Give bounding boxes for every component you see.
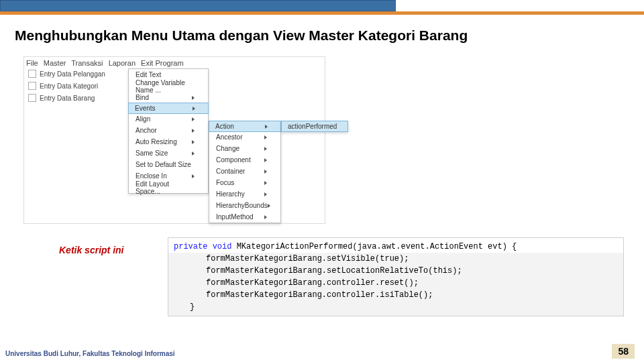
ctx-label: Focus — [216, 179, 234, 186]
keyword: void — [213, 242, 232, 251]
menu-laporan[interactable]: Laporan — [109, 59, 136, 67]
checkbox-icon — [28, 70, 36, 78]
checkbox-icon — [28, 82, 36, 90]
chevron-right-icon — [192, 140, 195, 144]
ctx-label: Change Variable Name ... — [136, 79, 195, 94]
ctx-events[interactable]: Events — [128, 103, 209, 114]
ctx-label: Change — [216, 145, 239, 152]
drop-item-label: Entry Data Kategori — [40, 82, 98, 90]
slide-top-bar — [0, 0, 644, 16]
menu-master[interactable]: Master — [44, 59, 66, 67]
ctx-samesize[interactable]: Same Size — [129, 147, 208, 159]
ctx2-hierarchy[interactable]: Hierarchy — [209, 188, 280, 200]
top-orange-strip — [0, 11, 644, 15]
code-line: formMasterKategoriBarang.setLocationRela… — [206, 266, 462, 276]
chevron-right-icon — [192, 129, 195, 133]
ctx2-ancestor[interactable]: Ancestor — [209, 131, 280, 143]
instruction-label: Ketik script ini — [59, 245, 123, 255]
ctx2-container[interactable]: Container — [209, 166, 280, 177]
chevron-right-icon — [265, 125, 268, 129]
method-sig: MKategoriActionPerformed(java.awt.event.… — [237, 242, 517, 251]
ctx-defaultsize[interactable]: Set to Default Size — [129, 159, 208, 170]
chevron-right-icon — [264, 135, 267, 139]
ctx-label: actionPerformed — [288, 123, 337, 130]
ctx-label: InputMethod — [216, 213, 254, 221]
chevron-right-icon — [193, 107, 195, 111]
ctx-label: Set to Default Size — [136, 161, 191, 168]
context-menu-3: actionPerformed — [281, 121, 348, 132]
ctx-label: Auto Resizing — [136, 138, 177, 145]
ctx-align[interactable]: Align — [129, 113, 208, 125]
ctx2-hbounds[interactable]: HierarchyBounds — [209, 200, 280, 211]
chevron-right-icon — [192, 152, 195, 156]
code-close: } — [190, 302, 195, 312]
ctx-label: HierarchyBounds — [216, 202, 268, 209]
ctx2-inputmethod[interactable]: InputMethod — [209, 211, 280, 223]
master-dropdown: Entry Data Pelanggan Entry Data Kategori… — [28, 68, 105, 104]
ctx2-component[interactable]: Component — [209, 154, 280, 166]
ctx2-focus[interactable]: Focus — [209, 177, 280, 188]
footer-text: Universitas Budi Luhur, Fakultas Teknolo… — [5, 350, 175, 357]
ctx-label: Align — [136, 115, 150, 123]
page-title: Menghubungkan Menu Utama dengan View Mas… — [15, 27, 468, 44]
ctx-change-var[interactable]: Change Variable Name ... — [129, 80, 208, 92]
ctx2-change[interactable]: Change — [209, 143, 280, 154]
ctx-bind[interactable]: Bind — [129, 92, 208, 103]
ctx-label: Same Size — [136, 149, 168, 157]
drop-item-barang[interactable]: Entry Data Barang — [28, 92, 105, 104]
chevron-right-icon — [192, 117, 195, 121]
ctx-label: Anchor — [136, 127, 157, 134]
code-line: formMasterKategoriBarang.controller.rese… — [206, 278, 419, 288]
chevron-right-icon — [264, 215, 267, 219]
ctx-anchor[interactable]: Anchor — [129, 125, 208, 136]
drop-item-pelanggan[interactable]: Entry Data Pelanggan — [28, 68, 105, 80]
drop-item-label: Entry Data Pelanggan — [40, 70, 105, 78]
ctx-label: Events — [135, 105, 156, 112]
ctx-label: Action — [215, 123, 234, 130]
ctx-label: Bind — [136, 94, 149, 101]
chevron-right-icon — [264, 181, 267, 185]
code-line: formMasterKategoriBarang.setVisible(true… — [206, 254, 409, 263]
ctx-editlayout[interactable]: Edit Layout Space... — [129, 182, 208, 193]
chevron-right-icon — [264, 192, 267, 196]
ctx2-action[interactable]: Action — [209, 121, 281, 132]
ctx-label: Component — [216, 156, 251, 164]
chevron-right-icon — [264, 158, 267, 162]
drop-item-label: Entry Data Barang — [40, 95, 95, 102]
context-menu-1: Edit Text Change Variable Name ... Bind … — [128, 68, 209, 194]
drop-item-kategori[interactable]: Entry Data Kategori — [28, 80, 105, 92]
ctx-autoresize[interactable]: Auto Resizing — [129, 136, 208, 147]
checkbox-icon — [28, 94, 36, 102]
keyword: private — [174, 242, 207, 251]
ctx3-actionperformed[interactable]: actionPerformed — [281, 121, 348, 132]
page-number: 58 — [612, 344, 635, 359]
chevron-right-icon — [264, 147, 267, 151]
top-blue-strip — [0, 0, 396, 11]
code-line: formMasterKategoriBarang.controller.isiT… — [206, 290, 433, 300]
menubar: File Master Transaksi Laporan Exit Progr… — [26, 59, 187, 67]
menu-file[interactable]: File — [26, 59, 38, 67]
ctx-label: Edit Layout Space... — [136, 180, 195, 195]
ctx-label: Container — [216, 168, 245, 175]
chevron-right-icon — [192, 174, 195, 178]
context-menu-2: Action Ancestor Change Component Contain… — [209, 121, 281, 223]
chevron-right-icon — [192, 96, 195, 100]
chevron-right-icon — [268, 204, 270, 208]
chevron-right-icon — [264, 170, 267, 174]
ctx-label: Edit Text — [136, 71, 161, 78]
ctx-label: Enclose In — [136, 172, 167, 180]
code-snippet: private void MKategoriActionPerformed(ja… — [168, 237, 624, 316]
ide-screenshot: File Master Transaksi Laporan Exit Progr… — [23, 56, 325, 224]
ctx-label: Ancestor — [216, 133, 242, 141]
menu-transaksi[interactable]: Transaksi — [71, 59, 103, 67]
ctx-label: Hierarchy — [216, 190, 245, 198]
menu-exit[interactable]: Exit Program — [141, 59, 184, 67]
